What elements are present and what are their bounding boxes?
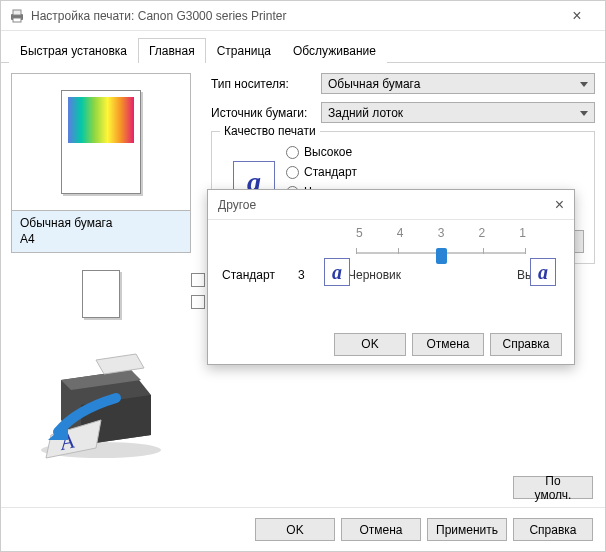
dialog-title: Другое — [218, 198, 555, 212]
footer: OK Отмена Применить Справка — [1, 507, 605, 551]
media-type-label: Тип носителя: — [211, 77, 321, 91]
titlebar: Настройка печати: Canon G3000 series Pri… — [1, 1, 605, 31]
paper-source-value: Задний лоток — [328, 106, 403, 120]
quality-high-icon: a — [530, 258, 556, 286]
level-value: 3 — [298, 268, 305, 282]
paper-source-select[interactable]: Задний лоток — [321, 102, 595, 123]
tab-maintenance[interactable]: Обслуживание — [282, 38, 387, 63]
media-type-value: Обычная бумага — [328, 77, 420, 91]
media-type-select[interactable]: Обычная бумага — [321, 73, 595, 94]
dialog-cancel-button[interactable]: Отмена — [412, 333, 484, 356]
svg-rect-2 — [13, 18, 21, 22]
cancel-button[interactable]: Отмена — [341, 518, 421, 541]
quality-slider[interactable] — [348, 242, 550, 264]
tab-page[interactable]: Страница — [206, 38, 282, 63]
help-button[interactable]: Справка — [513, 518, 593, 541]
close-icon[interactable]: × — [557, 7, 597, 25]
quality-opt-high: Высокое — [304, 145, 352, 159]
paper-type-value: Обычная бумага — [20, 216, 182, 232]
slider-tick-labels: 5 4 3 2 1 — [348, 226, 550, 240]
orientation-preview — [11, 267, 191, 321]
checkbox-stub-1[interactable] — [191, 273, 205, 287]
tab-strip: Быстрая установка Главная Страница Обслу… — [1, 37, 605, 63]
custom-quality-dialog: Другое × 5 4 3 2 1 — [207, 189, 575, 365]
page-preview — [11, 73, 191, 211]
quality-radio-high[interactable] — [286, 146, 299, 159]
dialog-close-icon[interactable]: × — [555, 196, 564, 214]
paper-info-box: Обычная бумага A4 — [11, 211, 191, 253]
dialog-help-button[interactable]: Справка — [490, 333, 562, 356]
checkbox-stub-2[interactable] — [191, 295, 205, 309]
tab-main[interactable]: Главная — [138, 38, 206, 63]
svg-rect-1 — [13, 10, 21, 15]
quality-low-icon: a — [324, 258, 350, 286]
slider-thumb[interactable] — [436, 248, 447, 264]
apply-button[interactable]: Применить — [427, 518, 507, 541]
tab-quick-setup[interactable]: Быстрая установка — [9, 38, 138, 63]
preview-color-band — [68, 97, 134, 143]
paper-source-label: Источник бумаги: — [211, 106, 321, 120]
dialog-ok-button[interactable]: OK — [334, 333, 406, 356]
ok-button[interactable]: OK — [255, 518, 335, 541]
level-label: Стандарт — [222, 268, 275, 282]
window-title: Настройка печати: Canon G3000 series Pri… — [31, 9, 557, 23]
printer-illustration: A — [11, 321, 191, 466]
quality-opt-standard: Стандарт — [304, 165, 357, 179]
quality-group-title: Качество печати — [220, 124, 320, 138]
defaults-button[interactable]: По умолч. — [513, 476, 593, 499]
printer-icon — [9, 8, 25, 24]
quality-radio-standard[interactable] — [286, 166, 299, 179]
paper-size-value: A4 — [20, 232, 182, 248]
slider-low-label: Черновик — [348, 268, 401, 282]
